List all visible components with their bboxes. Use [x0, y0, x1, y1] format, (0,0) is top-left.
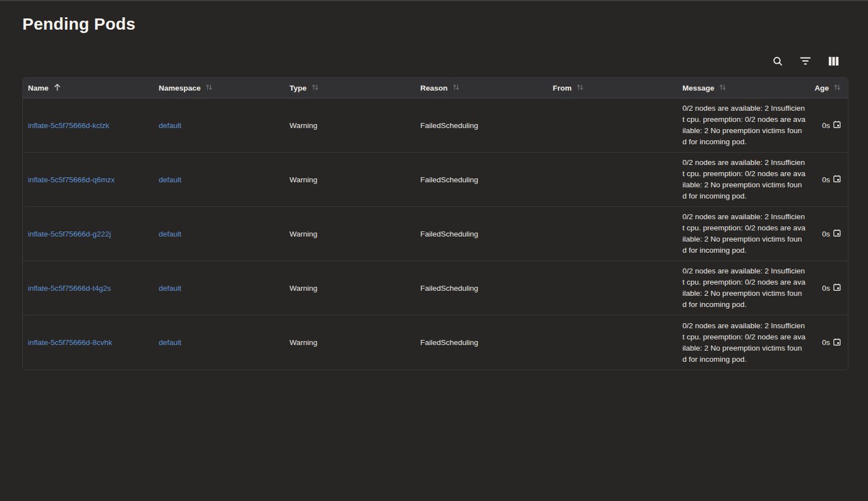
- age-value: 0s: [822, 230, 830, 238]
- sort-both-icon: [205, 83, 213, 93]
- search-button[interactable]: [770, 53, 785, 69]
- pod-name-link[interactable]: inflate-5c5f75666d-g222j: [28, 230, 111, 238]
- namespace-cell: default: [154, 230, 284, 238]
- calendar-icon: [833, 120, 841, 130]
- namespace-link[interactable]: default: [159, 176, 182, 184]
- age-cell: 0s: [809, 174, 848, 185]
- type-cell: Warning: [284, 176, 415, 184]
- sort-both-icon: [833, 83, 841, 93]
- column-header-age[interactable]: Age: [809, 83, 848, 93]
- pod-name-cell: inflate-5c5f75666d-kclzk: [23, 121, 154, 130]
- column-header-reason[interactable]: Reason: [415, 83, 548, 93]
- age-value: 0s: [822, 338, 830, 347]
- namespace-link[interactable]: default: [159, 121, 182, 130]
- calendar-icon: [833, 338, 841, 348]
- table-row: inflate-5c5f75666d-q6mzx default Warning…: [23, 153, 848, 207]
- table-row: inflate-5c5f75666d-t4g2s default Warning…: [23, 261, 848, 315]
- column-header-message[interactable]: Message: [677, 83, 809, 93]
- top-divider: [0, 0, 868, 1]
- column-header-from[interactable]: From: [548, 83, 677, 93]
- pod-name-cell: inflate-5c5f75666d-8cvhk: [23, 338, 154, 347]
- columns-button[interactable]: [826, 53, 841, 69]
- table-row: inflate-5c5f75666d-8cvhk default Warning…: [23, 315, 848, 370]
- type-cell: Warning: [284, 121, 415, 130]
- filter-icon: [799, 55, 812, 67]
- reason-cell: FailedScheduling: [415, 121, 548, 130]
- table-toolbar: [0, 53, 841, 69]
- namespace-cell: default: [154, 284, 284, 292]
- pod-name-link[interactable]: inflate-5c5f75666d-kclzk: [28, 121, 110, 130]
- namespace-cell: default: [154, 176, 284, 184]
- message-cell: 0/2 nodes are available: 2 Insufficient …: [677, 157, 805, 202]
- age-cell: 0s: [809, 338, 848, 348]
- message-cell: 0/2 nodes are available: 2 Insufficient …: [677, 320, 805, 365]
- message-cell: 0/2 nodes are available: 2 Insufficient …: [677, 211, 805, 256]
- age-cell: 0s: [809, 229, 848, 239]
- page-title: Pending Pods: [22, 15, 868, 34]
- pod-name-link[interactable]: inflate-5c5f75666d-q6mzx: [28, 176, 115, 184]
- pending-pods-table: Name Namespace Type: [22, 77, 848, 370]
- type-cell: Warning: [284, 230, 415, 238]
- age-value: 0s: [822, 176, 830, 184]
- column-label: From: [553, 84, 572, 92]
- column-label: Message: [682, 84, 714, 92]
- namespace-link[interactable]: default: [159, 284, 182, 292]
- pod-name-link[interactable]: inflate-5c5f75666d-t4g2s: [28, 284, 111, 292]
- sort-asc-arrow-icon: [53, 83, 61, 93]
- age-cell: 0s: [809, 120, 848, 130]
- age-cell: 0s: [809, 283, 848, 293]
- calendar-icon: [833, 229, 841, 239]
- sort-both-icon: [311, 83, 319, 93]
- type-cell: Warning: [284, 338, 415, 347]
- calendar-icon: [833, 174, 841, 185]
- sort-both-icon: [452, 83, 460, 93]
- namespace-cell: default: [154, 338, 284, 347]
- namespace-link[interactable]: default: [159, 230, 182, 238]
- search-icon: [772, 55, 784, 67]
- message-cell: 0/2 nodes are available: 2 Insufficient …: [677, 103, 805, 148]
- pod-name-cell: inflate-5c5f75666d-g222j: [23, 230, 154, 238]
- reason-cell: FailedScheduling: [415, 284, 548, 292]
- sort-both-icon: [719, 83, 727, 93]
- reason-cell: FailedScheduling: [415, 176, 548, 184]
- column-label: Age: [814, 84, 829, 92]
- table-header-row: Name Namespace Type: [23, 78, 848, 98]
- column-header-name[interactable]: Name: [23, 83, 154, 93]
- reason-cell: FailedScheduling: [415, 230, 548, 238]
- pod-name-link[interactable]: inflate-5c5f75666d-8cvhk: [28, 338, 112, 347]
- column-label: Type: [290, 84, 307, 92]
- pod-name-cell: inflate-5c5f75666d-t4g2s: [23, 284, 154, 292]
- message-cell: 0/2 nodes are available: 2 Insufficient …: [677, 266, 805, 310]
- namespace-link[interactable]: default: [159, 338, 182, 347]
- calendar-icon: [833, 283, 841, 293]
- column-header-namespace[interactable]: Namespace: [154, 83, 284, 93]
- table-row: inflate-5c5f75666d-kclzk default Warning…: [23, 98, 848, 153]
- reason-cell: FailedScheduling: [415, 338, 548, 347]
- filter-button[interactable]: [798, 53, 813, 69]
- column-label: Namespace: [159, 84, 201, 92]
- table-row: inflate-5c5f75666d-g222j default Warning…: [23, 207, 848, 261]
- columns-icon: [828, 56, 839, 67]
- type-cell: Warning: [284, 284, 415, 292]
- namespace-cell: default: [154, 121, 284, 130]
- column-label: Name: [28, 84, 49, 92]
- age-value: 0s: [822, 284, 830, 292]
- sort-both-icon: [576, 83, 584, 93]
- column-header-type[interactable]: Type: [284, 83, 415, 93]
- age-value: 0s: [822, 121, 830, 130]
- column-label: Reason: [420, 84, 448, 92]
- pod-name-cell: inflate-5c5f75666d-q6mzx: [23, 176, 154, 184]
